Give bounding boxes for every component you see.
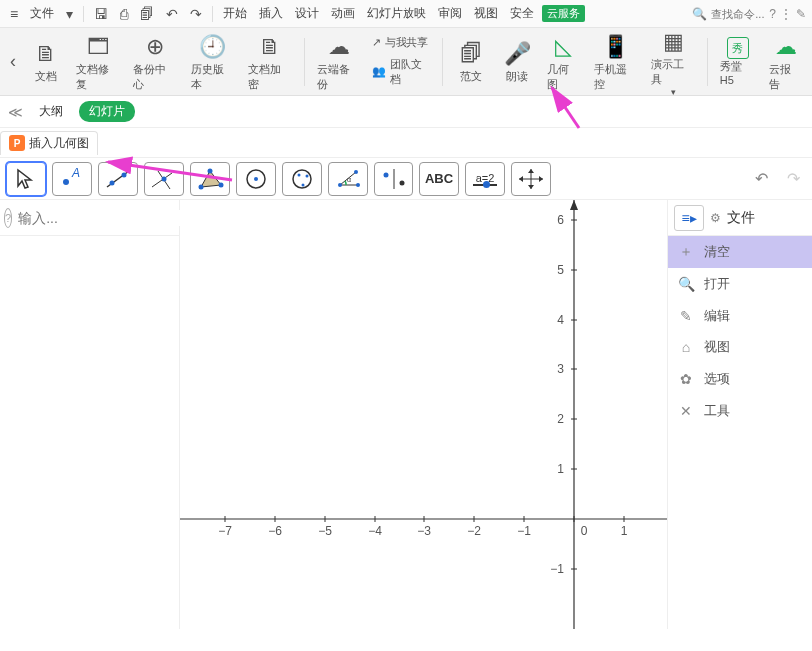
svg-point-10 (219, 182, 224, 187)
algebra-input[interactable] (18, 210, 193, 226)
edit-icon[interactable]: ✎ (796, 7, 806, 21)
dropdown-icon[interactable]: ▾ (62, 4, 77, 24)
svg-point-21 (356, 183, 360, 187)
tab-view[interactable]: 视图 (470, 3, 502, 24)
cloud-report-icon: ☁ (775, 32, 797, 62)
outline-tab[interactable]: 大纲 (39, 103, 63, 120)
ribbon-geometry[interactable]: ◺几何图 (541, 30, 586, 94)
tool-reflect[interactable] (374, 162, 413, 196)
search-icon: 🔍 (692, 7, 707, 21)
ribbon-h5[interactable]: 秀秀堂H5 (714, 35, 762, 88)
ribbon-repair[interactable]: 🗔文档修复 (70, 30, 125, 94)
backup-icon: ⊕ (146, 32, 164, 62)
mic-icon: 🎤 (504, 39, 531, 69)
svg-text:α: α (347, 176, 351, 183)
geometry-toolbar: A α ABC a=2 ↶ ↷ (0, 158, 812, 200)
ribbon-backup[interactable]: ⊕备份中心 (127, 30, 182, 94)
tool-move[interactable] (511, 162, 551, 196)
tool-polygon[interactable] (190, 162, 230, 196)
ribbon-read[interactable]: 🎤朗读 (495, 37, 539, 86)
preview-icon[interactable]: 🗐 (136, 4, 158, 24)
svg-point-0 (63, 179, 69, 185)
pencil-icon: ✎ (678, 308, 694, 324)
help-icon[interactable]: ? (769, 7, 776, 21)
presentation-icon: P (9, 135, 25, 151)
settings-panel: ≡▸ ⚙ 文件 ＋清空 🔍打开 ✎编辑 ⌂视图 ✿选项 ✕工具 (667, 200, 812, 629)
separator (304, 38, 305, 86)
ribbon-share[interactable]: ↗与我共享 (368, 33, 436, 52)
file-menu[interactable]: 文件 (26, 3, 58, 24)
menu-options[interactable]: ✿选项 (668, 363, 812, 395)
tool-line[interactable] (98, 162, 138, 196)
svg-point-20 (354, 170, 358, 174)
ribbon-remote[interactable]: 📱手机遥控 (588, 30, 643, 94)
geometry-tab[interactable]: P 插入几何图 (0, 131, 98, 155)
tool-circle[interactable] (236, 162, 276, 196)
settings-title: 文件 (727, 209, 755, 227)
svg-text:−2: −2 (467, 524, 481, 538)
menu-edit[interactable]: ✎编辑 (668, 300, 812, 331)
ribbon-history[interactable]: 🕘历史版本 (185, 30, 240, 94)
tool-angle[interactable]: α (328, 162, 368, 196)
tab-start[interactable]: 开始 (219, 3, 251, 24)
redo-icon[interactable]: ↷ (186, 4, 206, 24)
menu-tools[interactable]: ✕工具 (668, 395, 812, 427)
undo-icon[interactable]: ↶ (162, 4, 182, 24)
tab-design[interactable]: 设计 (291, 3, 323, 24)
menu-clear[interactable]: ＋清空 (668, 236, 812, 268)
tab-security[interactable]: 安全 (506, 3, 538, 24)
more-icon[interactable]: ⋮ (780, 7, 792, 21)
template-icon: 🗐 (460, 39, 482, 69)
print-icon[interactable]: ⎙ (116, 4, 132, 24)
tab-review[interactable]: 审阅 (434, 3, 466, 24)
tab-insert[interactable]: 插入 (255, 3, 287, 24)
algebra-panel: ? ΞN (0, 200, 180, 629)
cloud-service-tab[interactable]: 云服务 (542, 5, 585, 22)
ribbon-report[interactable]: ☁云报告 (763, 30, 808, 94)
tab-anim[interactable]: 动画 (327, 3, 359, 24)
graph-canvas[interactable]: −7−6−5−4−3−2−101−1123456 (180, 200, 667, 629)
ribbon-doc[interactable]: 🗎文档 (24, 37, 68, 86)
plus-icon: ＋ (678, 243, 694, 261)
separator (83, 6, 84, 22)
separator (212, 6, 213, 22)
ribbon-encrypt[interactable]: 🗎文档加密 (242, 30, 297, 94)
ribbon-team[interactable]: 👥团队文档 (368, 55, 436, 90)
tool-perpendicular[interactable] (144, 162, 184, 196)
tool-slider[interactable]: a=2 (465, 162, 505, 196)
tool-conic[interactable] (282, 162, 322, 196)
svg-point-9 (208, 168, 213, 173)
ribbon-present[interactable]: ▦演示工具▾ (645, 25, 700, 99)
svg-text:0: 0 (581, 524, 588, 538)
tool-text[interactable]: ABC (419, 162, 459, 196)
menu-icon[interactable]: ≡ (6, 4, 22, 24)
team-icon: 👥 (372, 64, 386, 79)
svg-text:4: 4 (557, 313, 564, 326)
svg-text:−5: −5 (318, 524, 332, 538)
search-input[interactable] (711, 8, 765, 20)
tools-icon: ▦ (663, 27, 684, 57)
settings-header: ≡▸ ⚙ 文件 (668, 200, 812, 236)
svg-point-3 (110, 180, 115, 185)
h5-icon: 秀 (727, 37, 749, 59)
tab-slideshow[interactable]: 幻灯片放映 (363, 3, 430, 24)
menu-view[interactable]: ⌂视图 (668, 331, 812, 363)
tool-select[interactable] (6, 162, 46, 196)
repair-icon: 🗔 (87, 32, 109, 62)
view-toggle-button[interactable]: ≡▸ (674, 205, 704, 231)
search-box[interactable]: 🔍 ? ⋮ ✎ (692, 7, 806, 21)
collapse-icon[interactable]: ≪ (8, 104, 23, 120)
share-icon: ↗ (372, 35, 381, 50)
undo-button[interactable]: ↶ (748, 166, 774, 192)
menu-open[interactable]: 🔍打开 (668, 268, 812, 300)
wrench-icon: ✕ (678, 403, 694, 419)
help-icon[interactable]: ? (4, 208, 12, 228)
svg-point-7 (162, 176, 167, 181)
ribbon-template[interactable]: 🗐范文 (449, 37, 493, 86)
save-icon[interactable]: 🖫 (90, 4, 112, 24)
redo-button[interactable]: ↷ (780, 166, 806, 192)
ribbon-cloud[interactable]: ☁云端备份 (311, 30, 366, 94)
prev-chevron-icon[interactable]: ‹ (4, 51, 22, 72)
tool-point[interactable]: A (52, 162, 92, 196)
slide-tab[interactable]: 幻灯片 (79, 101, 135, 122)
